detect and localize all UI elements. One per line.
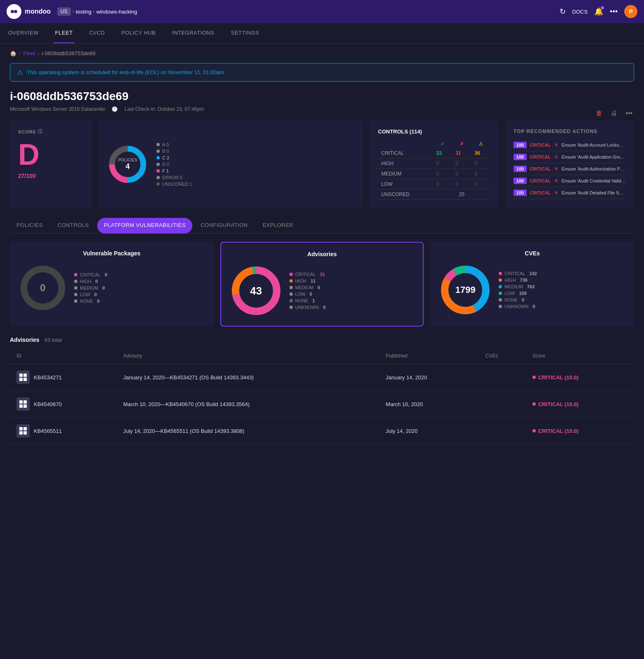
table-row[interactable]: KB4534271 January 14, 2020—KB4534271 (OS… (10, 364, 634, 391)
breadcrumb-sep2: › (37, 50, 39, 56)
nav-settings[interactable]: SETTINGS (229, 23, 261, 43)
refresh-button[interactable]: ↻ (560, 7, 566, 16)
row-published-1: March 10, 2020 (379, 391, 479, 418)
more-menu-button[interactable]: ••• (610, 7, 618, 16)
pkg-high-val: 0 (96, 279, 98, 284)
controls-card: CONTROLS (114) ✓ ✗ ⚠ CRITICAL 22 (370, 120, 499, 208)
nav-fleet[interactable]: FLEET (54, 23, 75, 43)
rec-score-1: 100 (513, 154, 527, 160)
cves-donut-wrap: 1799 CRITICAL 142 HIGH 736 (439, 263, 626, 317)
win-cell-5 (23, 400, 27, 404)
cve-none-val: 0 (522, 297, 524, 302)
ctrl-high-label: HIGH (378, 159, 433, 169)
score-dot-2 (532, 429, 536, 432)
col-fail: ✗ (452, 140, 471, 148)
row-icon-cell-1: KB4540670 (10, 391, 117, 418)
recommended-card: TOP RECOMMENDED ACTIONS 100 CRITICAL ✕ E… (505, 120, 634, 208)
cves-legend: CRITICAL 142 HIGH 736 MEDIUM 763 (499, 271, 537, 309)
cve-none-label: NONE (504, 297, 518, 302)
rec-item-3[interactable]: 100 CRITICAL ✕ Ensure 'Audit Credential … (513, 175, 626, 187)
rec-item-1[interactable]: 100 CRITICAL ✕ Ensure 'Audit Application… (513, 151, 626, 163)
pkg-critical-val: 0 (105, 272, 107, 277)
win-cell-11 (23, 431, 27, 435)
legend-error: ERROR 0 (156, 175, 192, 180)
adv-medium: MEDIUM 0 (289, 285, 326, 290)
rec-text-1: Ensure 'Audit Application Group Mana (562, 154, 626, 159)
score-info-icon[interactable]: ⓘ (38, 129, 43, 135)
tab-explorer[interactable]: EXPLORER (256, 218, 300, 233)
rec-item-4[interactable]: 100 CRITICAL ✕ Ensure 'Audit Detailed Fi… (513, 187, 626, 199)
row-published-0: January 14, 2020 (379, 364, 479, 391)
cve-unknown-val: 0 (532, 304, 535, 309)
ctrl-medium: MEDIUM 0 0 0 (378, 169, 490, 179)
workspace-link[interactable]: testing (76, 9, 91, 15)
adv-medium-label: MEDIUM (295, 285, 314, 290)
region-badge[interactable]: US (57, 7, 71, 16)
cve-critical: CRITICAL 142 (499, 271, 537, 276)
cve-critical-dot (499, 272, 502, 275)
ctrl-high-fail: 0 (452, 159, 471, 169)
home-icon[interactable]: 🏠 (10, 50, 16, 56)
policy-legend: A 0 B 0 C 2 D 0 F 1 (156, 142, 192, 187)
col-label (378, 140, 433, 148)
advisories-donut-wrap: 43 CRITICAL 31 HIGH 11 (229, 264, 415, 318)
vuln-packages-legend: CRITICAL 0 HIGH 0 MEDIUM 0 (74, 272, 107, 304)
cve-critical-val: 142 (529, 271, 537, 276)
eol-message: This operating system is scheduled for e… (27, 69, 224, 75)
cve-unknown-dot (499, 305, 502, 308)
adv-low-label: LOW (295, 292, 306, 297)
score-dot-0 (532, 376, 536, 379)
asset-link[interactable]: windows-hacking (96, 9, 137, 15)
policies-count: 4 (118, 162, 138, 171)
nav-overview[interactable]: OVERVIEW (7, 23, 40, 43)
vuln-packages-card: Vulnerable Packages 0 CRITICAL 0 (10, 242, 214, 327)
ctrl-unscored-label: UNSCORED (378, 189, 433, 200)
legend-label-d: D 0 (162, 162, 169, 167)
print-button[interactable]: 🖨 (609, 108, 619, 119)
adv-low-val: 0 (310, 292, 312, 297)
table-row[interactable]: KB4540670 March 10, 2020—KB4540670 (OS B… (10, 391, 634, 418)
rec-x-0: ✕ (554, 142, 558, 148)
nav-cicd[interactable]: CI/CD (88, 23, 107, 43)
pkg-low-dot (74, 293, 77, 296)
user-avatar[interactable]: P (624, 5, 637, 18)
ctrl-low-warn: 0 (471, 179, 490, 189)
tab-controls[interactable]: CONTROLS (51, 218, 96, 233)
score-text-2: CRITICAL (10.0) (538, 428, 579, 434)
more-actions-button[interactable]: ••• (624, 108, 634, 119)
logo[interactable]: mondoo (7, 4, 51, 19)
logo-icon (7, 4, 21, 19)
tab-policies[interactable]: POLICIES (10, 218, 49, 233)
windows-grid-0 (19, 374, 27, 381)
adv-high-val: 11 (310, 278, 315, 283)
rec-score-4: 100 (513, 189, 527, 196)
adv-low-dot (289, 292, 293, 296)
fleet-breadcrumb-link[interactable]: Fleet (23, 50, 35, 56)
win-cell-0 (19, 374, 23, 377)
rec-item-0[interactable]: 100 CRITICAL ✕ Ensure 'Audit Account Loc… (513, 139, 626, 151)
ctrl-medium-fail: 0 (452, 169, 471, 179)
nav-integrations[interactable]: INTEGRATIONS (170, 23, 216, 43)
tab-platform-vulnerabilities[interactable]: PLATFORM VULNERABILITIES (97, 218, 192, 234)
notifications-button[interactable]: 🔔 (594, 7, 603, 16)
legend-f: F 1 (156, 168, 192, 173)
cve-high-val: 736 (520, 278, 527, 283)
ctrl-critical-fail: 31 (452, 148, 471, 159)
advisories-data-table: ID Advisory Published CVEs Score (10, 348, 634, 444)
main-navigation: OVERVIEW FLEET CI/CD POLICY HUB INTEGRAT… (0, 23, 644, 44)
delete-button[interactable]: 🗑 (594, 108, 604, 119)
tab-configuration[interactable]: CONFIGURATION (194, 218, 254, 233)
table-row[interactable]: KB4565511 July 14, 2020—KB4565511 (OS Bu… (10, 418, 634, 444)
adv-none-val: 1 (312, 298, 315, 303)
win-cell-1 (23, 374, 27, 377)
asset-meta: Microsoft Windows Server 2016 Datacenter… (10, 106, 204, 112)
adv-critical-label: CRITICAL (295, 272, 316, 277)
adv-high-dot (289, 279, 293, 283)
docs-link[interactable]: DOCS (572, 9, 588, 15)
asset-title: i-0608ddb536753de69 (10, 90, 634, 103)
adv-unknown-dot (289, 306, 293, 309)
rec-item-2[interactable]: 100 CRITICAL ✕ Ensure 'Audit Authorizati… (513, 163, 626, 175)
nav-policy-hub[interactable]: POLICY HUB (120, 23, 158, 43)
legend-dot-d (156, 163, 160, 166)
advisories-donut: 43 (229, 264, 283, 318)
